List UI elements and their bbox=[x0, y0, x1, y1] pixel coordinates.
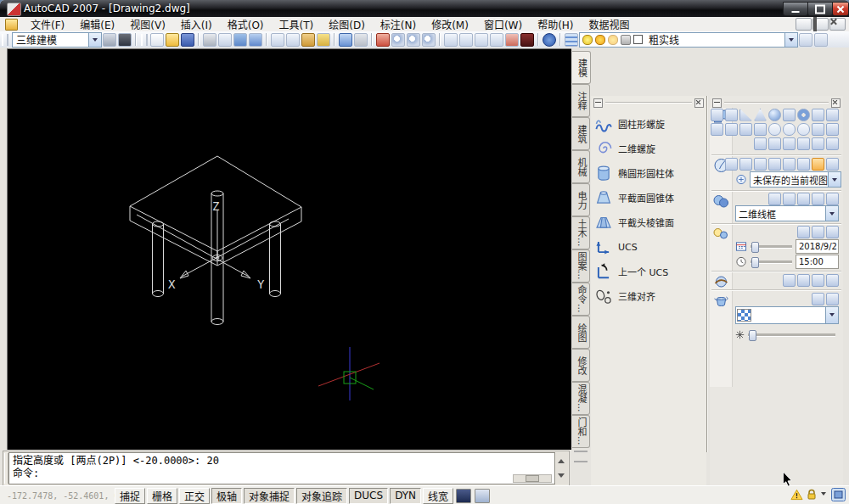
union-icon[interactable] bbox=[768, 123, 781, 136]
workspace-combo[interactable]: 三维建模 bbox=[12, 32, 102, 48]
snap-toggle[interactable]: 捕捉 bbox=[115, 488, 145, 504]
sweep-icon[interactable] bbox=[826, 109, 839, 121]
chevron-down-icon[interactable] bbox=[784, 33, 797, 47]
3d-wireframe-style-icon[interactable] bbox=[783, 193, 796, 205]
osnap-toggle[interactable]: 对象捕捉 bbox=[244, 488, 295, 504]
tool-palettes-icon[interactable] bbox=[475, 33, 488, 47]
dashboard-minimize-icon[interactable] bbox=[712, 98, 722, 108]
boolean-subtract-icon[interactable] bbox=[783, 137, 796, 150]
palette-tab-overflow[interactable] bbox=[574, 451, 588, 462]
toolbar-grip[interactable] bbox=[2, 34, 8, 46]
menu-dimension[interactable]: 标注(N) bbox=[373, 16, 424, 32]
palette-tab-mechanical[interactable]: 机械 bbox=[572, 150, 590, 183]
visual-style-dropdown[interactable]: 二维线框 bbox=[735, 205, 839, 221]
layer-color-swatch[interactable] bbox=[633, 35, 643, 44]
layout-tab-icon[interactable] bbox=[475, 489, 490, 503]
lock-icon[interactable] bbox=[806, 489, 818, 501]
visual-style-icon[interactable] bbox=[712, 193, 730, 210]
palette-item-3d-align[interactable]: 三维对齐 bbox=[594, 285, 705, 307]
3d-rotate-icon[interactable] bbox=[826, 123, 839, 136]
otrack-toggle[interactable]: 对象追踪 bbox=[296, 488, 347, 504]
ortho-toggle[interactable]: 正交 bbox=[179, 488, 210, 504]
torus-icon[interactable] bbox=[797, 109, 810, 121]
intersect-icon[interactable] bbox=[797, 123, 810, 136]
create-light-icon[interactable] bbox=[797, 226, 810, 238]
layer-on-bulb-icon[interactable] bbox=[582, 35, 593, 45]
subtract-icon[interactable] bbox=[783, 123, 796, 136]
3d-hidden-style-icon[interactable] bbox=[797, 193, 810, 205]
palette-tab-hatch[interactable]: 图案... bbox=[572, 249, 590, 283]
model-tab-icon[interactable] bbox=[456, 489, 471, 503]
layer-dropdown[interactable]: 粗实线 bbox=[579, 32, 798, 48]
markup-set-manager-icon[interactable] bbox=[505, 33, 519, 47]
palette-close-icon[interactable] bbox=[694, 98, 704, 108]
command-text-area[interactable]: 指定高度或 [两点(2P)] <-20.0000>: 20 命令: bbox=[8, 452, 555, 484]
palette-tab-modify[interactable]: 修改 bbox=[572, 349, 590, 382]
boolean-intersect-icon[interactable] bbox=[797, 137, 810, 150]
toolbar-grip[interactable] bbox=[141, 34, 148, 46]
3d-array-icon[interactable] bbox=[754, 137, 767, 150]
sheet-set-manager-icon[interactable] bbox=[490, 33, 503, 47]
zoom-window-icon[interactable] bbox=[407, 33, 420, 47]
realistic-style-icon[interactable] bbox=[812, 193, 824, 205]
sun-status-icon[interactable] bbox=[812, 226, 824, 238]
chevron-down-icon[interactable] bbox=[828, 172, 841, 187]
publish-icon[interactable] bbox=[233, 33, 247, 47]
date-value[interactable]: 2018/9/2 bbox=[796, 239, 839, 254]
drawing-canvas[interactable]: X Y Z bbox=[7, 48, 571, 450]
conceptual-style-icon[interactable] bbox=[826, 193, 839, 205]
palette-tab-command[interactable]: 命令... bbox=[572, 283, 590, 316]
2d-wireframe-style-icon[interactable] bbox=[768, 193, 781, 205]
zoom-realtime-icon[interactable] bbox=[391, 33, 405, 47]
mdi-close-button[interactable] bbox=[829, 18, 846, 31]
command-hscrollbar[interactable] bbox=[513, 474, 552, 483]
workspace-settings-icon[interactable] bbox=[103, 33, 116, 47]
close-button[interactable] bbox=[832, 2, 849, 16]
lineweight-toggle[interactable]: 线宽 bbox=[423, 488, 453, 504]
grid-toggle[interactable]: 栅格 bbox=[147, 488, 177, 504]
palette-item-helix[interactable]: 圆柱形螺旋 bbox=[594, 113, 705, 135]
wedge-icon[interactable] bbox=[739, 109, 752, 121]
menu-insert[interactable]: 插入(I) bbox=[173, 16, 220, 32]
chevron-down-icon[interactable] bbox=[88, 33, 101, 47]
mdi-minimize-button[interactable] bbox=[796, 18, 812, 31]
make-object-layer-current-icon[interactable] bbox=[799, 33, 812, 47]
boolean-union-icon[interactable] bbox=[768, 137, 781, 150]
revolve-icon[interactable] bbox=[725, 123, 738, 136]
pyramid-icon[interactable] bbox=[725, 109, 738, 121]
chevron-down-icon[interactable] bbox=[825, 307, 838, 323]
drawing-file-icon[interactable] bbox=[5, 19, 18, 31]
minimize-button[interactable] bbox=[783, 2, 808, 16]
menu-file[interactable]: 文件(F) bbox=[23, 16, 72, 32]
plot-icon[interactable] bbox=[203, 33, 216, 47]
designcenter-icon[interactable] bbox=[459, 33, 473, 47]
cone-icon[interactable] bbox=[754, 109, 767, 121]
title-bar[interactable]: AutoCAD 2007 - [Drawing2.dwg] bbox=[0, 0, 849, 17]
restore-view-icon[interactable] bbox=[735, 174, 747, 185]
presspull-icon[interactable] bbox=[711, 123, 723, 136]
advanced-render-settings-icon[interactable] bbox=[826, 274, 839, 287]
properties-icon[interactable] bbox=[444, 33, 458, 47]
maximize-button[interactable] bbox=[807, 2, 833, 16]
materials-icon[interactable] bbox=[712, 292, 730, 309]
palette-tab-annotation[interactable]: 注释 bbox=[572, 84, 590, 117]
opacity-slider[interactable] bbox=[748, 333, 835, 337]
extrude-icon[interactable] bbox=[812, 109, 824, 121]
perspective-projection-icon[interactable] bbox=[826, 158, 839, 171]
dyn-toggle[interactable]: DYN bbox=[390, 488, 421, 504]
3d-dwf-icon[interactable] bbox=[249, 33, 262, 47]
scroll-up-icon[interactable] bbox=[558, 456, 565, 463]
my-workspace-icon[interactable] bbox=[118, 33, 132, 47]
materials-editor-icon[interactable] bbox=[812, 293, 824, 305]
palette-item-elliptical-cylinder[interactable]: 椭圆形圆柱体 bbox=[594, 162, 705, 184]
palette-minimize-icon[interactable] bbox=[593, 98, 603, 108]
loft-icon[interactable] bbox=[739, 123, 752, 136]
walk-icon[interactable] bbox=[768, 158, 781, 171]
clean-screen-icon[interactable] bbox=[831, 488, 846, 501]
render-window-icon[interactable] bbox=[783, 274, 796, 287]
warning-icon[interactable] bbox=[790, 489, 803, 501]
tray-caret-icon[interactable] bbox=[821, 492, 826, 498]
render-region-icon[interactable] bbox=[797, 274, 810, 287]
palette-tab-architecture[interactable]: 建筑 bbox=[572, 117, 590, 150]
menu-dataview[interactable]: 数据视图 bbox=[582, 16, 638, 32]
